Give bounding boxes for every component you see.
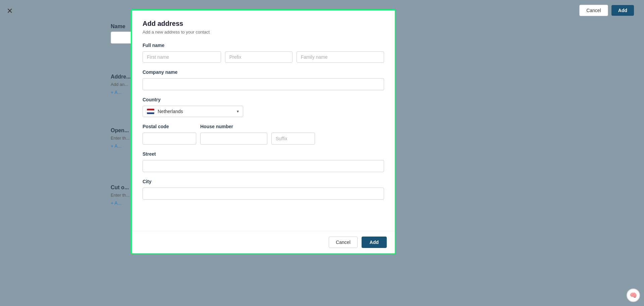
family-name-input[interactable] [297, 51, 384, 63]
bg-cut-label: Cut o... [111, 185, 129, 191]
prefix-input[interactable] [225, 51, 292, 63]
bg-cut-add-link[interactable]: + A... [111, 200, 129, 206]
suffix-group [271, 133, 315, 145]
postal-code-group: Postal code [143, 124, 196, 145]
bg-cut-sublabel: Enter th... [111, 193, 129, 198]
country-select[interactable]: Netherlands ▾ [143, 106, 243, 117]
company-name-input[interactable] [143, 78, 384, 90]
street-input[interactable] [143, 160, 384, 172]
postal-code-label: Postal code [143, 124, 196, 129]
country-name-text: Netherlands [158, 109, 183, 114]
address-row: Postal code House number [143, 124, 384, 145]
house-number-input[interactable] [200, 133, 267, 145]
bg-address-add-link[interactable]: + A... [111, 90, 131, 95]
company-name-group: Company name [143, 69, 384, 90]
city-group: City [143, 179, 384, 200]
country-select-left: Netherlands [147, 109, 183, 114]
first-name-input[interactable] [143, 51, 221, 63]
footer-add-button[interactable]: Add [362, 237, 387, 248]
full-name-row [143, 51, 384, 63]
background-close-icon[interactable]: ✕ [7, 7, 13, 15]
bg-address-section: Addre... Add an... + A... [111, 74, 131, 95]
dialog-subtitle: Add a new address to your contact [143, 30, 384, 35]
add-address-dialog: Add address Add a new address to your co… [131, 9, 396, 254]
house-number-group: House number [200, 124, 267, 145]
city-input[interactable] [143, 188, 384, 200]
postal-code-input[interactable] [143, 133, 196, 145]
top-cancel-button[interactable]: Cancel [579, 5, 608, 16]
bg-opening-add-link[interactable]: + A... [111, 143, 129, 149]
netherlands-flag [147, 109, 154, 114]
bg-address-sublabel: Add an... [111, 82, 131, 87]
bg-opening-label: Open... [111, 128, 129, 134]
house-number-label: House number [200, 124, 267, 129]
street-group: Street [143, 151, 384, 172]
bg-address-label: Addre... [111, 74, 131, 80]
bg-opening-sublabel: Enter th... [111, 136, 129, 141]
country-group: Country Netherlands ▾ [143, 97, 384, 117]
footer-cancel-button[interactable]: Cancel [329, 237, 358, 248]
top-bar-buttons: Cancel Add [579, 5, 634, 16]
company-name-label: Company name [143, 69, 384, 75]
dialog-scroll-area[interactable]: Add address Add a new address to your co… [132, 10, 395, 231]
bg-cut-section: Cut o... Enter th... + A... [111, 185, 129, 206]
top-add-button[interactable]: Add [611, 5, 634, 16]
full-name-label: Full name [143, 43, 384, 48]
brain-icon[interactable]: 🧠 [627, 289, 640, 302]
street-label: Street [143, 151, 384, 157]
dialog-title: Add address [143, 20, 384, 28]
suffix-input[interactable] [271, 133, 315, 145]
dialog-footer: Cancel Add [132, 231, 395, 253]
city-label: City [143, 179, 384, 184]
chevron-down-icon: ▾ [237, 109, 239, 114]
country-label: Country [143, 97, 384, 102]
bg-opening-section: Open... Enter th... + A... [111, 128, 129, 149]
